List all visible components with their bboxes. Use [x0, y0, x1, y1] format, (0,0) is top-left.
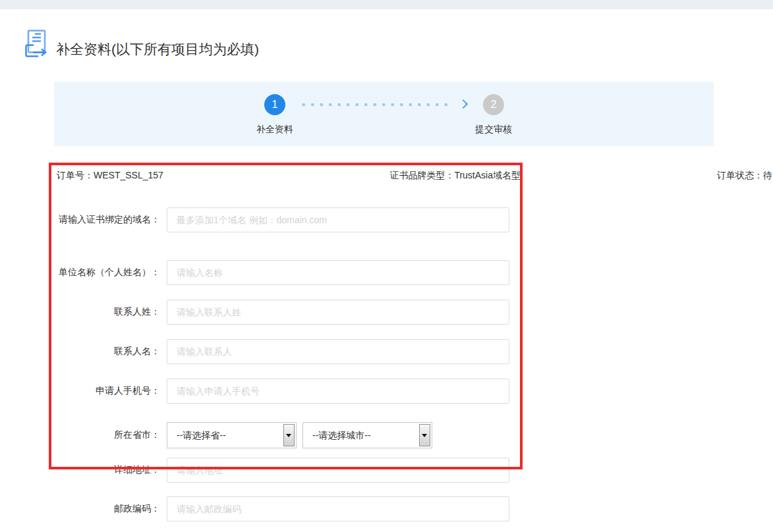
order-number: 订单号：WEST_SSL_157 [57, 170, 163, 182]
form-row-contact-firstname: 联系人名： [40, 339, 509, 364]
form-row-domain: 请输入证书绑定的域名： [40, 207, 509, 232]
stepper: 1 2 补全资料 提交审核 [54, 82, 714, 146]
city-select[interactable]: --请选择城市-- [302, 422, 432, 448]
form-row-postal-code: 邮政编码： [40, 496, 509, 521]
applicant-phone-input[interactable] [167, 379, 509, 404]
cert-brand-type: 证书品牌类型：TrustAsia域名型 [389, 170, 521, 182]
domain-input[interactable] [167, 207, 509, 232]
step-1-label: 补全资料 [235, 124, 314, 136]
province-select-value: --请选择省-- [177, 423, 226, 448]
field-label-applicant-phone: 申请人手机号： [40, 385, 160, 397]
field-label-address: 详细地址： [40, 464, 160, 476]
form-row-address: 详细地址： [40, 458, 509, 483]
order-status: 订单状态：待 [717, 170, 772, 182]
form-row-contact-lastname: 联系人姓： [40, 300, 509, 325]
province-select[interactable]: --请选择省-- [167, 422, 297, 448]
field-label-province-city: 所在省市： [40, 429, 160, 441]
step-2-label: 提交审核 [454, 124, 533, 136]
contact-lastname-input[interactable] [167, 300, 509, 325]
form-row-province-city: 所在省市： --请选择省-- --请选择城市-- [40, 422, 509, 448]
field-label-contact-lastname: 联系人姓： [40, 306, 160, 318]
page: 补全资料(以下所有项目均为必填) 1 2 补全资料 提交审核 订单号：WEST_… [0, 0, 773, 532]
step-2-badge: 2 [483, 94, 504, 115]
address-input[interactable] [167, 458, 509, 483]
field-label-contact-firstname: 联系人名： [40, 346, 160, 358]
contact-firstname-input[interactable] [167, 339, 509, 364]
field-label-domain: 请输入证书绑定的域名： [40, 214, 160, 226]
field-label-org-name: 单位名称（个人姓名）： [40, 267, 160, 279]
field-label-postal-code: 邮政编码： [40, 503, 160, 515]
form-row-org-name: 单位名称（个人姓名）： [40, 260, 509, 285]
document-export-icon [25, 30, 49, 59]
top-bar [0, 0, 773, 9]
chevron-down-icon [283, 424, 295, 446]
postal-code-input[interactable] [167, 496, 509, 521]
page-title: 补全资料(以下所有项目均为必填) [56, 40, 259, 59]
step-1-badge: 1 [264, 94, 285, 115]
city-select-value: --请选择城市-- [312, 423, 371, 448]
chevron-right-icon [459, 99, 468, 109]
chevron-down-icon [419, 424, 430, 446]
stepper-dotted-line [299, 103, 453, 107]
form-row-applicant-phone: 申请人手机号： [40, 379, 509, 404]
org-name-input[interactable] [167, 260, 509, 285]
